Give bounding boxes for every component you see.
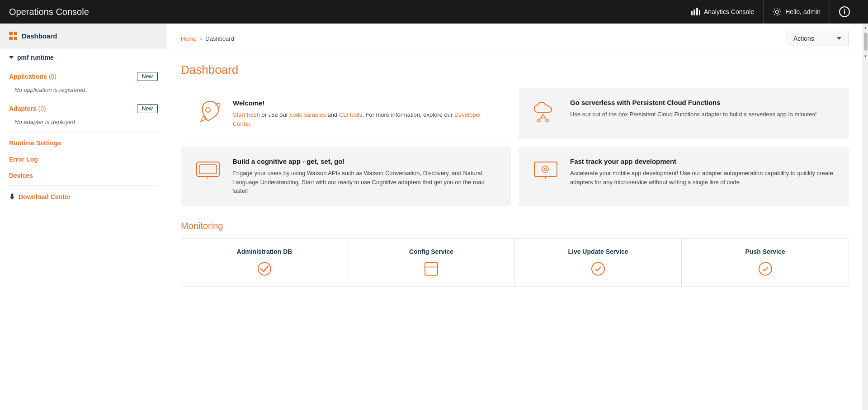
actions-caret-icon bbox=[837, 37, 841, 40]
live-update-label: Live Update Service bbox=[522, 248, 674, 255]
svg-point-5 bbox=[206, 108, 210, 112]
cloud-icon bbox=[531, 99, 560, 124]
monitor-gear-icon bbox=[531, 157, 560, 182]
welcome-text: Start fresh or use our code samples and … bbox=[233, 110, 500, 128]
svg-point-25 bbox=[258, 262, 271, 275]
monitoring-title: Monitoring bbox=[181, 221, 849, 231]
sidebar-runtime[interactable]: pmf runtime bbox=[0, 48, 167, 67]
admin-db-icon bbox=[189, 261, 340, 277]
db-status-icon bbox=[256, 261, 273, 277]
adapters-header: Adapters (0) New bbox=[0, 100, 167, 117]
actions-dropdown[interactable]: Actions bbox=[786, 31, 849, 46]
cognitive-body: Build a cognitive app - get, set, go! En… bbox=[232, 157, 500, 195]
user-label: Hello, admin bbox=[785, 8, 821, 15]
gear-icon bbox=[773, 7, 782, 16]
push-status-icon bbox=[757, 261, 774, 277]
cognitive-app-icon bbox=[193, 157, 222, 182]
fasttrack-card: Fast track your app development Accelera… bbox=[519, 147, 849, 206]
svg-line-10 bbox=[540, 117, 542, 119]
svg-rect-3 bbox=[699, 10, 700, 15]
analytics-icon bbox=[690, 8, 700, 16]
adapters-empty: No adapter is deployed. bbox=[0, 117, 167, 129]
header: Operations Console Analytics Console Hel… bbox=[0, 0, 868, 24]
cognitive-title: Build a cognitive app - get, set, go! bbox=[232, 157, 500, 165]
live-update-icon bbox=[522, 261, 674, 277]
adapters-new-button[interactable]: New bbox=[137, 104, 158, 113]
applications-empty: No application is registered. bbox=[0, 85, 167, 97]
info-button[interactable]: i bbox=[830, 0, 859, 24]
sidebar-item-error-log[interactable]: Error Log bbox=[0, 151, 167, 167]
svg-point-6 bbox=[542, 115, 544, 118]
download-label: Download Center bbox=[19, 193, 71, 200]
breadcrumb-current: Dashboard bbox=[205, 35, 234, 42]
analytics-label: Analytics Console bbox=[704, 8, 754, 15]
breadcrumb-separator: > bbox=[199, 35, 203, 42]
fasttrack-title: Fast track your app development bbox=[570, 157, 838, 165]
applications-new-button[interactable]: New bbox=[137, 72, 158, 81]
serverless-body: Go serverless with Persistent Cloud Func… bbox=[570, 99, 817, 119]
start-fresh-link[interactable]: Start fresh bbox=[233, 111, 260, 118]
sidebar-item-runtime-settings[interactable]: Runtime Settings bbox=[0, 135, 167, 151]
sidebar-divider-2 bbox=[9, 186, 158, 186]
svg-point-29 bbox=[759, 262, 772, 275]
svg-point-4 bbox=[776, 10, 779, 14]
sidebar-item-download-center[interactable]: ⬇ Download Center bbox=[0, 188, 167, 205]
rocket-icon bbox=[194, 99, 222, 126]
scroll-down-button[interactable]: ▼ bbox=[863, 52, 868, 60]
svg-point-8 bbox=[546, 119, 548, 122]
svg-point-18 bbox=[544, 168, 546, 171]
fasttrack-body: Fast track your app development Accelera… bbox=[570, 157, 838, 186]
breadcrumb-home[interactable]: Home bbox=[181, 35, 197, 42]
dashboard-label: Dashboard bbox=[22, 32, 57, 40]
scroll-up-button[interactable]: ▲ bbox=[863, 24, 868, 31]
welcome-title: Welcome! bbox=[233, 99, 500, 107]
serverless-text: Use our out of the box Persistent Cloud … bbox=[570, 110, 817, 119]
monitoring-section: Monitoring Administration DB Config Serv… bbox=[181, 221, 849, 286]
sidebar-divider-1 bbox=[9, 133, 158, 133]
analytics-console-button[interactable]: Analytics Console bbox=[681, 0, 764, 24]
scroll-thumb[interactable] bbox=[864, 33, 868, 51]
applications-header: Applications (0) New bbox=[0, 68, 167, 85]
applications-title[interactable]: Applications (0) bbox=[9, 73, 57, 80]
applications-group: Applications (0) New No application is r… bbox=[0, 67, 167, 99]
code-samples-link[interactable]: code samples bbox=[290, 111, 326, 118]
scrollbar[interactable]: ▲ ▼ bbox=[863, 24, 868, 410]
adapters-title[interactable]: Adapters (0) bbox=[9, 105, 46, 112]
serverless-icon bbox=[529, 99, 561, 124]
sidebar: Dashboard pmf runtime Applications (0) N… bbox=[0, 24, 167, 410]
main-content: Home > Dashboard Actions Dashboard bbox=[167, 24, 863, 410]
monitoring-grid: Administration DB Config Service bbox=[181, 238, 849, 286]
dashboard-section: Dashboard Welcome! Star bbox=[167, 52, 863, 297]
chevron-down-icon bbox=[9, 56, 14, 59]
config-status-icon bbox=[423, 261, 439, 277]
fasttrack-icon bbox=[529, 157, 561, 182]
app-title: Operations Console bbox=[9, 7, 89, 17]
svg-rect-1 bbox=[693, 10, 695, 15]
info-icon: i bbox=[839, 6, 850, 17]
cognitive-text: Engage your users by using Watson APIs s… bbox=[232, 169, 500, 195]
sidebar-item-devices[interactable]: Devices bbox=[0, 167, 167, 184]
svg-rect-26 bbox=[425, 262, 438, 275]
cards-grid: Welcome! Start fresh or use our code sam… bbox=[181, 88, 849, 206]
header-actions: Analytics Console Hello, admin i bbox=[681, 0, 859, 24]
svg-rect-13 bbox=[199, 165, 217, 174]
svg-point-28 bbox=[592, 262, 604, 275]
push-service-label: Push Service bbox=[689, 248, 841, 255]
sidebar-dashboard[interactable]: Dashboard bbox=[0, 24, 167, 48]
dashboard-title: Dashboard bbox=[181, 63, 849, 77]
serverless-title: Go serverless with Persistent Cloud Func… bbox=[570, 99, 817, 106]
welcome-body: Welcome! Start fresh or use our code sam… bbox=[233, 99, 500, 128]
monitoring-item-live-update: Live Update Service bbox=[515, 239, 682, 286]
cli-tools-link[interactable]: CLI tools bbox=[339, 111, 362, 118]
config-service-icon bbox=[355, 261, 507, 277]
actions-label: Actions bbox=[793, 35, 814, 42]
live-update-status-icon bbox=[590, 261, 606, 277]
svg-rect-0 bbox=[691, 11, 693, 15]
adapters-group: Adapters (0) New No adapter is deployed. bbox=[0, 99, 167, 131]
monitoring-item-push: Push Service bbox=[682, 239, 849, 286]
monitoring-item-admin-db: Administration DB bbox=[181, 239, 348, 286]
config-service-label: Config Service bbox=[355, 248, 507, 255]
user-menu[interactable]: Hello, admin bbox=[764, 0, 830, 24]
svg-point-17 bbox=[542, 166, 548, 172]
app-body: Dashboard pmf runtime Applications (0) N… bbox=[0, 24, 868, 410]
